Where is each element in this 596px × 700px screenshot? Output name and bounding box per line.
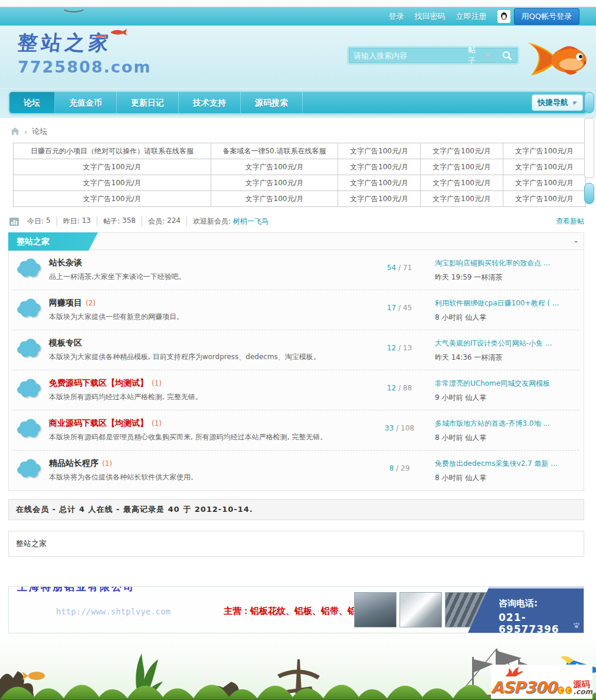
forum-link[interactable]: 商业源码下载区【均测试】 xyxy=(49,418,148,428)
nav-source-search[interactable]: 源码搜索 xyxy=(241,92,303,113)
forum-cloud-icon[interactable] xyxy=(17,458,42,483)
top-arc-decoration xyxy=(61,2,86,12)
newest-member-link[interactable]: 树梢一飞鸟 xyxy=(233,216,268,226)
forum-row: 免费源码下载区【均测试】(1) 本版块所有源码均经过本站严格检测, 完整无错。 … xyxy=(14,370,579,410)
quick-nav-label: 快捷导航 xyxy=(538,97,568,108)
nav-recharge[interactable]: 充值金币 xyxy=(55,92,117,113)
top-strip xyxy=(0,0,596,7)
paw-icon xyxy=(573,622,580,630)
last-post-link[interactable]: 免费放出dedecms采集侠v2.7 最新 ... xyxy=(435,459,575,469)
find-password-link[interactable]: 找回密码 xyxy=(415,11,446,22)
forum-row: 网赚项目(2) 本版块为大家提供一些有新意的网赚项目。 17 / 45 利用软件… xyxy=(14,290,579,330)
search-scope-dropdown[interactable]: 帖子 xyxy=(462,45,496,66)
ad-cell[interactable]: 文字广告100元/月 xyxy=(211,159,338,175)
forum-cloud-icon[interactable] xyxy=(17,258,42,282)
welcome-label: 欢迎新会员: xyxy=(193,216,231,226)
ad-cell[interactable]: 文字广告100元/月 xyxy=(14,191,211,207)
register-link[interactable]: 立即注册 xyxy=(456,11,487,22)
last-post-link[interactable]: 淘宝影响店铺购买转化率的致命点 ... xyxy=(435,258,575,268)
site-logo[interactable]: 整站之家 7725808.com xyxy=(18,29,151,76)
forum-link[interactable]: 网赚项目 xyxy=(49,298,82,307)
forum-list: 站长杂谈 品上一杯清茶,大家坐下来谈论一下经验吧。 54 / 71 淘宝影响店铺… xyxy=(8,250,584,491)
scroll-bottom-button[interactable] xyxy=(584,183,594,204)
collapse-button[interactable]: - xyxy=(574,236,578,246)
ad-cell[interactable]: 文字广告100元/月 xyxy=(421,175,503,191)
ad-cell[interactable]: 文字广告100元/月 xyxy=(503,191,586,207)
threads-count: 12 xyxy=(387,384,396,392)
ad-cell[interactable]: 文字广告100元/月 xyxy=(338,191,421,207)
nav-zone: 论坛 充值金币 更新日记 技术支持 源码搜索 快捷导航 xyxy=(0,88,596,118)
phone-label: 咨询电话: xyxy=(499,598,584,609)
ad-cell[interactable]: 文字广告100元/月 xyxy=(503,143,586,159)
view-new-posts-link[interactable]: 查看新帖 xyxy=(556,216,584,226)
last-post-link[interactable]: 利用软件捆绑做cpa日赚100+教程 ( ... xyxy=(435,298,575,308)
banner-ad[interactable]: 上海特朋铝业有限公司 http://www.shtplvye.com 主营：铝板… xyxy=(8,586,584,633)
forum-link[interactable]: 免费源码下载区【均测试】 xyxy=(49,378,148,387)
forum-description: 本版块为大家提供各种精品模板, 目前支持程序为wordpress、dedecms… xyxy=(49,352,371,362)
search-button[interactable] xyxy=(496,51,518,61)
forum-counters: 8 / 29 xyxy=(371,464,428,483)
ad-cell[interactable]: 文字广告100元/月 xyxy=(421,159,503,175)
online-members-bar: 在线会员 - 总计 4 人在线 - 最高记录是 40 于 2012-10-14. xyxy=(8,499,584,520)
eye-icon xyxy=(565,686,572,694)
nav-changelog[interactable]: 更新日记 xyxy=(117,92,179,113)
search-input[interactable] xyxy=(349,51,462,60)
forum-today-count: (2) xyxy=(86,299,96,307)
ad-cell[interactable]: 文字广告100元/月 xyxy=(338,159,421,175)
watermark-tld: .com xyxy=(574,688,592,695)
ad-cell[interactable]: 文字广告100元/月 xyxy=(14,159,211,175)
banner-url[interactable]: http://www.shtplvye.com xyxy=(56,607,171,616)
ad-cell[interactable]: 文字广告100元/月 xyxy=(421,191,503,207)
qq-login-button[interactable]: 用QQ帐号登录 xyxy=(514,8,579,25)
forum-cloud-icon[interactable] xyxy=(17,418,42,443)
forum-link[interactable]: 站长杂谈 xyxy=(49,258,82,267)
logo-fish-icon xyxy=(93,27,129,44)
last-post-link[interactable]: 大气美观的IT设计类公司网站-小鱼 ... xyxy=(435,339,575,349)
breadcrumb-forum[interactable]: 论坛 xyxy=(32,126,47,137)
last-post: 多城市版地方站的首选-齐博3.0地 ... 8 小时前 仙人掌 xyxy=(435,419,575,443)
banner-products: 主营：铝板花纹、铝板、铝带、铝卷 xyxy=(224,606,365,617)
login-link[interactable]: 登录 xyxy=(389,11,404,22)
ad-cell[interactable]: 文字广告100元/月 xyxy=(338,143,421,159)
nav-support[interactable]: 技术支持 xyxy=(179,92,241,113)
forum-cloud-icon[interactable] xyxy=(17,378,42,403)
forum-today-count: (1) xyxy=(152,419,162,428)
forum-today-count: (1) xyxy=(102,459,112,468)
last-post-link[interactable]: 非常漂亮的UChome同城交友网模板 xyxy=(435,379,575,389)
main-nav: 论坛 充值金币 更新日记 技术支持 源码搜索 快捷导航 xyxy=(8,91,588,114)
ad-cell[interactable]: 文字广告100元/月 xyxy=(503,175,586,191)
forum-description: 本版块将为各位提供各种站长软件供大家使用。 xyxy=(49,472,371,482)
category-title[interactable]: 整站之家 xyxy=(8,232,98,251)
ad-cell[interactable]: 文字广告100元/月 xyxy=(211,175,338,191)
side-scroll-widget xyxy=(584,92,594,204)
ad-cell[interactable]: 文字广告100元/月 xyxy=(421,143,503,159)
threads-count: 8 xyxy=(389,464,394,472)
goldfish-image xyxy=(523,37,589,84)
forum-link[interactable]: 精品站长程序 xyxy=(49,458,99,468)
footer-nav-text[interactable]: 整站之家 xyxy=(16,539,47,548)
ad-cell[interactable]: 备案域名一律50.请联系在线客服 xyxy=(211,143,338,159)
scroll-track[interactable] xyxy=(584,118,594,178)
last-post: 淘宝影响店铺购买转化率的致命点 ... 昨天 19:59 一杯清茶 xyxy=(435,258,575,282)
last-post-meta: 8 小时前 仙人掌 xyxy=(435,433,575,443)
logo-title: 整站之家 xyxy=(17,29,153,57)
forum-stats-bar: 今日:5 昨日:13 帖子:358 会员:224 欢迎新会员:树梢一飞鸟 查看新… xyxy=(9,216,584,226)
forum-link[interactable]: 模板专区 xyxy=(49,338,82,347)
ad-cell[interactable]: 文字广告100元/月 xyxy=(338,175,421,191)
scroll-top-button[interactable] xyxy=(584,92,594,113)
forum-description: 品上一杯清茶,大家坐下来谈论一下经验吧。 xyxy=(49,272,371,282)
posts-count: 13 xyxy=(403,344,412,352)
ad-cell[interactable]: 文字广告100元/月 xyxy=(14,175,211,191)
last-post-meta: 昨天 19:59 一杯清茶 xyxy=(435,272,575,282)
ad-cell[interactable]: 日赚百元的小项目（绝对可以操作）请联系在线客服 xyxy=(14,143,211,159)
threads-count: 17 xyxy=(387,304,396,312)
quick-nav-button[interactable]: 快捷导航 xyxy=(532,94,583,111)
nav-forum[interactable]: 论坛 xyxy=(9,92,55,113)
ad-cell[interactable]: 文字广告100元/月 xyxy=(211,191,338,207)
forum-cloud-icon[interactable] xyxy=(17,298,42,323)
ad-cell[interactable]: 文字广告100元/月 xyxy=(503,159,586,175)
last-post-link[interactable]: 多城市版地方站的首选-齐博3.0地 ... xyxy=(435,419,575,429)
search-scope-label: 帖子 xyxy=(468,45,483,66)
forum-cloud-icon[interactable] xyxy=(17,338,42,363)
home-icon[interactable] xyxy=(11,127,19,136)
